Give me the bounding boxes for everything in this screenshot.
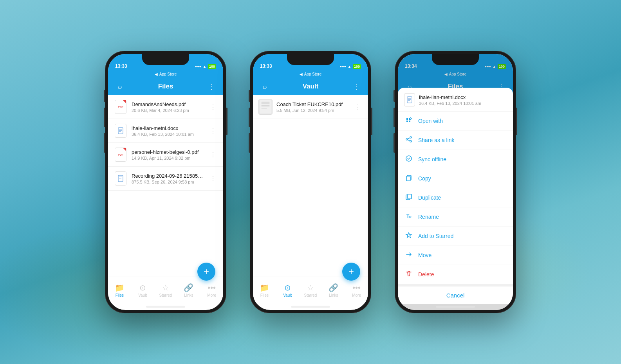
file-icon-pdf-1: PDF [114, 99, 128, 115]
file-item-1-3[interactable]: Recording 2024-09-26 215859.m... 875.5 K… [108, 167, 223, 191]
cancel-button[interactable]: Cancel [398, 284, 513, 304]
search-icon-1[interactable]: ⌕ [114, 83, 125, 91]
file-info-1-3: Recording 2024-09-26 215859.m... 875.5 K… [132, 173, 204, 184]
context-move[interactable]: Move [398, 246, 513, 265]
add-starred-icon [405, 232, 413, 240]
nav-vault-2[interactable]: ⊙ Vault [276, 280, 299, 297]
svg-rect-30 [408, 194, 412, 199]
file-more-1-0[interactable]: ⋮ [208, 102, 218, 112]
context-delete[interactable]: Delete [398, 265, 513, 284]
nav-files-1[interactable]: 📁 Files [108, 280, 131, 297]
move-icon [405, 251, 413, 259]
status-icons-1: ●●● ▲ 100 [195, 64, 216, 69]
nav-more-label-1: More [207, 293, 216, 297]
rename-icon: T R [405, 213, 413, 221]
file-icon-doc-1 [114, 123, 128, 139]
app-header-2: ⌕ Vault ⋮ [253, 78, 368, 95]
file-meta-1-2: 14.9 KB, Apr 11, 2024 9:32 pm [132, 156, 204, 160]
home-indicator-1 [146, 306, 185, 308]
duplicate-icon [405, 193, 413, 202]
file-more-1-3[interactable]: ⋮ [208, 173, 218, 184]
nav-links-label-2: Links [329, 293, 338, 297]
fab-2[interactable]: + [342, 263, 360, 281]
nav-more-label-2: More [352, 293, 361, 297]
svg-text:R: R [409, 215, 412, 219]
file-meta-1-3: 875.5 KB, Sep 26, 2024 9:58 pm [132, 180, 204, 184]
time-1: 13:33 [115, 63, 127, 69]
status-icons-2: ●●● ▲ 100 [340, 64, 361, 69]
nav-vault-1[interactable]: ⊙ Vault [131, 280, 154, 297]
file-info-1-1: ihale-ilan-metni.docx 36.4 KB, Feb 13, 2… [132, 125, 204, 137]
svg-line-24 [408, 138, 410, 139]
file-icon-rec-1 [114, 171, 128, 186]
nav-files-2[interactable]: 📁 Files [253, 280, 276, 297]
nav-starred-2[interactable]: ☆ Starred [299, 280, 322, 297]
file-item-1-0[interactable]: PDF DemandsAndNeeds.pdf 20.6 KB, Mar 4, … [108, 95, 223, 119]
nav-files-label-1: Files [116, 293, 124, 297]
context-open-with[interactable]: Open with [398, 112, 513, 131]
wifi-icon-1: ▲ [203, 65, 206, 68]
copy-label: Copy [418, 175, 431, 182]
share-link-icon [405, 136, 413, 144]
nav-starred-1[interactable]: ☆ Starred [154, 280, 177, 297]
nav-starred-label-2: Starred [304, 293, 317, 297]
nav-more-1[interactable]: ••• More [200, 280, 223, 297]
notch-1 [142, 54, 189, 65]
svg-rect-4 [118, 175, 123, 182]
nav-more-2[interactable]: ••• More [345, 280, 368, 297]
file-more-1-2[interactable]: ⋮ [208, 150, 218, 160]
context-share-link[interactable]: Share as a link [398, 131, 513, 150]
phone-2: 13:33 ●●● ▲ 100 ◀ App Store ⌕ Vault ⋮ [250, 51, 371, 313]
notch-2 [287, 54, 334, 65]
delete-label: Delete [418, 271, 434, 278]
nav-files-label-2: Files [260, 293, 269, 297]
app-store-label-1: App Store [159, 72, 177, 76]
time-2: 13:33 [260, 63, 272, 69]
nav-links-label-1: Links [184, 293, 193, 297]
context-file-icon [404, 93, 415, 106]
signal-icon-2: ●●● [340, 65, 346, 68]
nav-links-1[interactable]: 🔗 Links [177, 280, 200, 297]
rename-label: Rename [418, 214, 439, 220]
file-name-1-2: personel-hizmet-belgesi-0.pdf [132, 149, 204, 155]
pdf-icon2-1: PDF [115, 148, 126, 162]
file-name-1-1: ihale-ilan-metni.docx [132, 125, 204, 131]
nav-files-icon-1: 📁 [115, 283, 125, 292]
battery-2: 100 [353, 64, 361, 69]
file-info-2-0: Coach Ticket EUKCRE10.pdf 5.5 MB, Jun 12… [276, 101, 349, 113]
context-duplicate[interactable]: Duplicate [398, 188, 513, 207]
file-more-1-1[interactable]: ⋮ [208, 126, 218, 136]
app-store-tag-2: ◀ App Store [253, 71, 368, 78]
context-overlay[interactable]: ihale-ilan-metni.docx 36.4 KB, Feb 13, 2… [398, 54, 513, 310]
file-more-2-0[interactable]: ⋮ [353, 102, 363, 112]
file-item-1-1[interactable]: ihale-ilan-metni.docx 36.4 KB, Feb 13, 2… [108, 119, 223, 143]
nav-more-icon-1: ••• [208, 283, 216, 292]
file-info-1-2: personel-hizmet-belgesi-0.pdf 14.9 KB, A… [132, 149, 204, 160]
nav-links-icon-1: 🔗 [184, 283, 193, 292]
more-icon-2[interactable]: ⋮ [351, 82, 362, 91]
fab-1[interactable]: + [197, 263, 215, 281]
svg-rect-17 [407, 97, 412, 103]
file-name-1-3: Recording 2024-09-26 215859.m... [132, 173, 204, 179]
home-indicator-3 [436, 306, 475, 308]
context-sync-offline[interactable]: Sync offline [398, 150, 513, 169]
context-rename[interactable]: T R Rename [398, 207, 513, 227]
nav-vault-icon-2: ⊙ [284, 283, 291, 292]
file-info-1-0: DemandsAndNeeds.pdf 20.6 KB, Mar 4, 2024… [132, 101, 204, 113]
nav-starred-label-1: Starred [159, 293, 172, 297]
context-file-header: ihale-ilan-metni.docx 36.4 KB, Feb 13, 2… [398, 88, 513, 112]
file-meta-2-0: 5.5 MB, Jun 12, 2024 9:54 pm [276, 108, 349, 113]
more-icon-1[interactable]: ⋮ [206, 82, 217, 91]
nav-links-2[interactable]: 🔗 Links [322, 280, 345, 297]
signal-icon-1: ●●● [195, 65, 201, 68]
context-copy[interactable]: Copy [398, 169, 513, 188]
nav-starred-icon-1: ☆ [162, 283, 169, 292]
context-add-starred[interactable]: Add to Starred [398, 227, 513, 246]
svg-line-25 [408, 140, 410, 141]
file-item-1-2[interactable]: PDF personel-hizmet-belgesi-0.pdf 14.9 K… [108, 143, 223, 167]
home-indicator-2 [291, 306, 330, 308]
file-item-2-0[interactable]: Coach Ticket EUKCRE10.pdf 5.5 MB, Jun 12… [253, 95, 368, 119]
search-icon-2[interactable]: ⌕ [259, 83, 270, 91]
nav-vault-label-1: Vault [138, 293, 147, 297]
nav-vault-icon-1: ⊙ [139, 283, 146, 292]
